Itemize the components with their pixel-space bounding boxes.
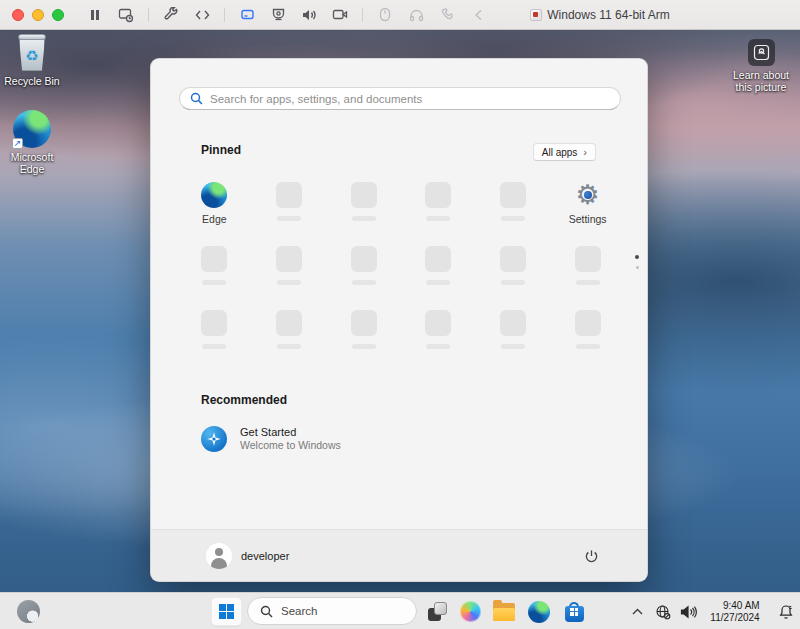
pause-icon[interactable]: [86, 6, 104, 24]
pinned-app-placeholder: [476, 182, 551, 226]
picture-icon: [748, 39, 775, 66]
minimize-button[interactable]: [32, 9, 44, 21]
pinned-header: Pinned: [201, 143, 241, 157]
close-button[interactable]: [12, 9, 24, 21]
pinned-app-placeholder: [252, 246, 327, 290]
pinned-app-placeholder: [177, 246, 252, 290]
shortcut-arrow-icon: ↗: [12, 138, 23, 149]
taskbar-search-label: Search: [281, 605, 317, 617]
chevron-right-icon: ›: [583, 147, 587, 158]
start-search-input[interactable]: [210, 93, 610, 105]
vm-toolbar: [86, 6, 487, 24]
file-explorer-icon: [493, 603, 515, 621]
page-dot-active[interactable]: [635, 255, 639, 259]
pinned-page-dots[interactable]: [635, 255, 639, 269]
window-title: Windows 11 64-bit Arm: [450, 0, 750, 30]
wrench-icon[interactable]: [162, 6, 180, 24]
desktop-icon-label: Learn about this picture: [729, 69, 793, 93]
toolbar-divider: [148, 8, 149, 22]
pinned-app-placeholder: [401, 246, 476, 290]
task-view-icon: [428, 602, 447, 621]
pinned-app-placeholder: [252, 310, 327, 354]
notification-bell-icon[interactable]: [772, 593, 800, 629]
search-icon: [260, 605, 273, 618]
tray-date: 11/27/2024: [710, 612, 759, 623]
dome-camera-icon[interactable]: [269, 6, 287, 24]
pinned-app-placeholder: [550, 246, 625, 290]
pinned-grid: Edge ⚙ Settings: [177, 182, 625, 354]
user-avatar[interactable]: [206, 543, 232, 569]
file-explorer-button[interactable]: [492, 600, 516, 623]
pinned-app-placeholder: [476, 246, 551, 290]
traffic-lights: [12, 9, 64, 21]
recommended-item-subtitle: Welcome to Windows: [240, 439, 341, 452]
user-name[interactable]: developer: [241, 550, 289, 562]
widgets-icon[interactable]: [17, 600, 40, 623]
recommended-header: Recommended: [201, 393, 287, 407]
start-search-bar[interactable]: [179, 87, 621, 110]
edge-button[interactable]: [527, 600, 551, 623]
recycle-bin-icon: ♻: [16, 34, 48, 72]
headphones-icon: [407, 6, 425, 24]
start-button[interactable]: [211, 597, 242, 626]
macos-titlebar: Windows 11 64-bit Arm: [0, 0, 800, 30]
power-button[interactable]: [582, 547, 600, 565]
recommended-item-title: Get Started: [240, 425, 341, 439]
all-apps-label: All apps: [542, 147, 578, 158]
fullscreen-button[interactable]: [52, 9, 64, 21]
pinned-app-edge[interactable]: Edge: [177, 182, 252, 226]
store-icon: [565, 602, 584, 622]
pinned-app-placeholder: [326, 310, 401, 354]
disk-icon[interactable]: [238, 6, 256, 24]
code-icon[interactable]: [193, 6, 211, 24]
recommended-item-get-started[interactable]: Get Started Welcome to Windows: [201, 425, 341, 452]
task-view-button[interactable]: [425, 600, 449, 623]
copilot-button[interactable]: [458, 600, 482, 623]
get-started-icon: [201, 426, 227, 452]
desktop-icon-learn-about-picture[interactable]: Learn about this picture: [729, 39, 793, 93]
window-title-text: Windows 11 64-bit Arm: [547, 8, 670, 22]
toolbar-divider: [224, 8, 225, 22]
search-icon: [190, 92, 203, 105]
clock[interactable]: 9:40 AM 11/27/2024: [702, 593, 772, 629]
pinned-app-placeholder: [326, 246, 401, 290]
pinned-app-placeholder: [252, 182, 327, 226]
pinned-app-placeholder: [550, 310, 625, 354]
vm-doc-icon: [530, 9, 542, 21]
pinned-app-placeholder: [476, 310, 551, 354]
toolbar-divider: [362, 8, 363, 22]
copilot-icon: [460, 601, 481, 622]
network-globe-icon[interactable]: [650, 593, 675, 629]
pinned-app-placeholder: [326, 182, 401, 226]
pinned-app-label: Settings: [569, 213, 607, 225]
tray-time: 9:40 AM: [723, 600, 760, 611]
speaker-icon[interactable]: [300, 6, 318, 24]
desktop-icon-microsoft-edge[interactable]: ↗ Microsoft Edge: [0, 110, 64, 175]
edge-icon: [201, 182, 227, 208]
desktop-icon-recycle-bin[interactable]: ♻ Recycle Bin: [0, 34, 64, 87]
mouse-icon: [376, 6, 394, 24]
pinned-app-settings[interactable]: ⚙ Settings: [550, 182, 625, 226]
desktop-wallpaper: ♻ Recycle Bin ↗ Microsoft Edge Learn abo…: [0, 30, 800, 629]
edge-icon: ↗: [13, 110, 51, 148]
windows-logo-icon: [219, 604, 234, 619]
taskbar: Search: [0, 592, 800, 629]
start-user-bar: developer: [151, 529, 647, 581]
pinned-app-placeholder: [177, 310, 252, 354]
desktop-icon-label: Microsoft Edge: [1, 151, 63, 175]
page-dot[interactable]: [636, 266, 639, 269]
volume-icon[interactable]: [675, 593, 702, 629]
all-apps-button[interactable]: All apps ›: [533, 143, 596, 161]
vm-window: Windows 11 64-bit Arm ♻ Recycle Bin ↗ Mi…: [0, 0, 800, 629]
tray-chevron-up-icon[interactable]: [624, 593, 650, 629]
pinned-app-placeholder: [401, 182, 476, 226]
edge-icon: [528, 601, 550, 623]
pinned-app-label: Edge: [202, 213, 227, 225]
taskbar-search[interactable]: Search: [247, 597, 417, 625]
desktop-icon-label: Recycle Bin: [4, 75, 59, 87]
system-tray: 9:40 AM 11/27/2024: [624, 593, 800, 629]
store-button[interactable]: [562, 600, 586, 623]
snapshot-icon[interactable]: [117, 6, 135, 24]
video-camera-icon[interactable]: [331, 6, 349, 24]
start-menu: Pinned All apps › Edge ⚙ Settings: [150, 58, 648, 582]
